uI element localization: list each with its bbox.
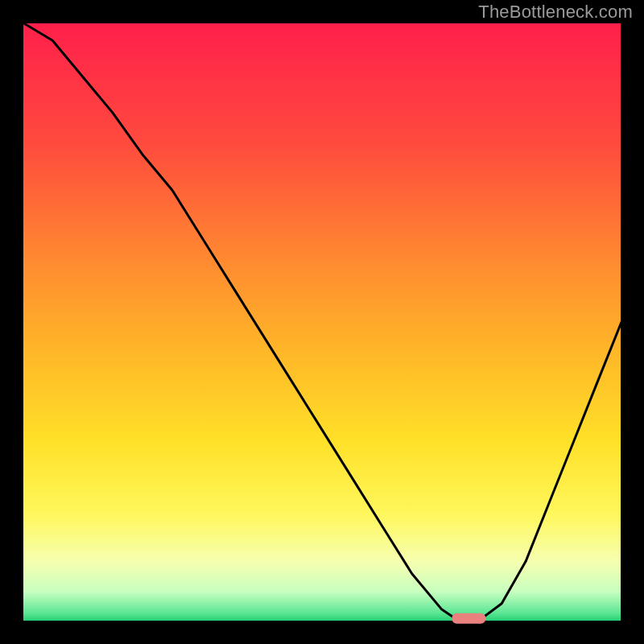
chart-container: TheBottleneck.com — [0, 0, 644, 644]
bottleneck-chart — [0, 0, 644, 644]
optimal-marker — [452, 613, 485, 624]
